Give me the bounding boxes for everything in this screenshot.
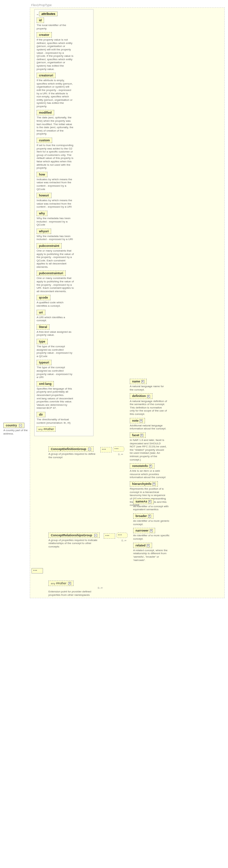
- sequence-compositor[interactable]: [104, 533, 115, 539]
- attribute-howuri[interactable]: howuri: [37, 193, 51, 198]
- choice-compositor[interactable]: [113, 446, 124, 452]
- element-doc: A natural language name for the concept.: [130, 385, 167, 391]
- attribute-qcode[interactable]: qcode: [37, 295, 50, 300]
- concept-definition-group[interactable]: ConceptDefinitionGroup −: [48, 446, 94, 452]
- attribute-doc: Why the metadata has been included - exp…: [37, 235, 74, 241]
- expand-icon[interactable]: +: [150, 529, 153, 532]
- expand-icon[interactable]: +: [148, 515, 151, 518]
- expand-icon[interactable]: +: [140, 419, 143, 422]
- expand-icon[interactable]: +: [68, 582, 71, 585]
- attribute-dir[interactable]: dir: [37, 412, 45, 417]
- root-doc: A country part of the address.: [3, 429, 30, 435]
- attributes-header: attributes: [39, 11, 58, 16]
- attributes-block: − attributes idThe local identifier of t…: [34, 9, 94, 436]
- attribute-doc: The type of the concept assigned as cont…: [37, 345, 74, 358]
- attribute-doc: The directionality of textual content (e…: [37, 418, 74, 424]
- element-doc: A link to an item or a web resource whic…: [130, 469, 167, 479]
- attribute-doc: Why the metadata has been included - exp…: [37, 217, 74, 227]
- expand-icon[interactable]: +: [147, 395, 150, 398]
- element-remoteInfo[interactable]: remoteInfo+: [130, 463, 154, 469]
- cardinality: 0..∞: [48, 586, 103, 589]
- attribute-doc: A qualified code which identifies a conc…: [37, 301, 74, 307]
- attribute-typeuri[interactable]: typeuri: [37, 360, 51, 365]
- attribute-id[interactable]: id: [37, 18, 44, 23]
- element-sameAs[interactable]: sameAs+: [133, 499, 154, 504]
- element-definition[interactable]: definition+: [130, 393, 152, 399]
- attribute-doc: A URI which identifies a concept.: [37, 316, 74, 322]
- type-wrapper: − attributes idThe local identifier of t…: [30, 7, 225, 598]
- attribute-doc: The type of the concept assigned as cont…: [37, 366, 74, 379]
- expand-icon[interactable]: +: [152, 483, 156, 486]
- attribute-doc: If the attribute is empty, specifies whi…: [37, 79, 74, 108]
- sequence-compositor[interactable]: [100, 447, 112, 452]
- cardinality: 0..∞: [116, 539, 126, 542]
- element-doc: In NAR 1.8 and later, facet is deprecate…: [130, 439, 167, 461]
- attribute-modified[interactable]: modified: [37, 110, 54, 115]
- attribute-literal[interactable]: literal: [37, 324, 49, 330]
- collapse-icon[interactable]: −: [94, 534, 97, 537]
- group-label[interactable]: ConceptDefinitionGroup: [51, 447, 86, 451]
- expand-icon[interactable]: +: [147, 544, 150, 547]
- element-doc: A natural language definition of the sem…: [130, 400, 167, 416]
- root-element[interactable]: country −: [3, 423, 24, 428]
- attribute-creatoruri[interactable]: creatoruri: [37, 73, 56, 78]
- choice-compositor[interactable]: [116, 533, 128, 538]
- element-hierarchyInfo[interactable]: hierarchyInfo+: [130, 481, 158, 487]
- extension-any[interactable]: any ##other +: [48, 581, 74, 586]
- element-facet[interactable]: facet+: [130, 432, 146, 438]
- attribute-doc: Specifies the language of this property …: [37, 387, 74, 410]
- concept-relationships-group[interactable]: ConceptRelationshipsGroup −: [48, 533, 100, 538]
- attribute-why[interactable]: why: [37, 211, 47, 216]
- attribute-doc: The local identifier of the property.: [37, 24, 74, 30]
- attribute-doc: Indicates by which means the value was e…: [37, 178, 74, 191]
- expand-icon[interactable]: +: [149, 465, 152, 468]
- group-doc: A group of properties required to indica…: [48, 539, 103, 548]
- element-broader[interactable]: broader+: [133, 513, 153, 519]
- attribute-creator[interactable]: creator: [37, 32, 52, 38]
- extension-any-row: any ##other + 0..∞ Extension point for p…: [48, 581, 103, 596]
- attribute-doc: A free-text value assigned as property v…: [37, 330, 74, 337]
- any-attribute[interactable]: any ##other: [37, 426, 56, 432]
- attribute-doc: Indicates by which means the value was e…: [37, 199, 74, 209]
- attribute-doc: If set to true the corresponding propert…: [37, 144, 74, 170]
- attribute-uri[interactable]: uri: [37, 310, 45, 315]
- expand-icon[interactable]: +: [148, 500, 151, 503]
- concept-relationships-group-row: ConceptRelationshipsGroup − A group of p…: [48, 533, 223, 564]
- element-note[interactable]: note+: [130, 418, 145, 423]
- type-name: Flex1PropType: [30, 3, 225, 7]
- attribute-pubconstrainturi[interactable]: pubconstrainturi: [37, 271, 66, 276]
- attribute-how[interactable]: how: [37, 172, 47, 177]
- root-element-label: country: [6, 424, 17, 427]
- cardinality: 0..∞: [113, 453, 123, 456]
- sequence-compositor[interactable]: [32, 568, 43, 573]
- expand-icon[interactable]: +: [141, 380, 144, 383]
- attribute-type[interactable]: type: [37, 339, 48, 344]
- attribute-pubconstraint[interactable]: pubconstraint: [37, 243, 62, 249]
- expand-icon[interactable]: +: [140, 434, 143, 437]
- extension-doc: Extension point for provider-defined pro…: [48, 590, 99, 596]
- element-related[interactable]: related+: [133, 543, 152, 548]
- element-doc: An identifier of a more generic concept.: [133, 519, 170, 526]
- attribute-whyuri[interactable]: whyuri: [37, 229, 51, 234]
- attribute-doc: One or many constraints that apply to pu…: [37, 249, 74, 269]
- attribute-doc: If the property value is not defined, sp…: [37, 38, 74, 71]
- attribute-custom[interactable]: custom: [37, 138, 52, 143]
- element-doc: Additional natural language information …: [130, 424, 167, 430]
- group-doc: A group of properties required to define…: [48, 452, 99, 459]
- attribute-xml-lang[interactable]: xml:lang: [37, 381, 54, 386]
- element-narrower[interactable]: narrower+: [133, 528, 155, 533]
- element-doc: An identifier of a more specific concept…: [133, 534, 170, 540]
- element-name[interactable]: name+: [130, 379, 147, 384]
- attribute-doc: One or many constraints that apply to pu…: [37, 277, 74, 293]
- collapse-icon[interactable]: −: [88, 448, 91, 451]
- element-doc: An identifier of a concept with equivale…: [133, 505, 170, 511]
- group-label[interactable]: ConceptRelationshipsGroup: [51, 534, 92, 537]
- collapse-icon[interactable]: −: [37, 13, 38, 16]
- attribute-doc: The date (and, optionally, the time) whe…: [37, 116, 74, 136]
- element-doc: A related concept, where the relationshi…: [133, 549, 170, 562]
- collapse-icon[interactable]: −: [19, 424, 22, 427]
